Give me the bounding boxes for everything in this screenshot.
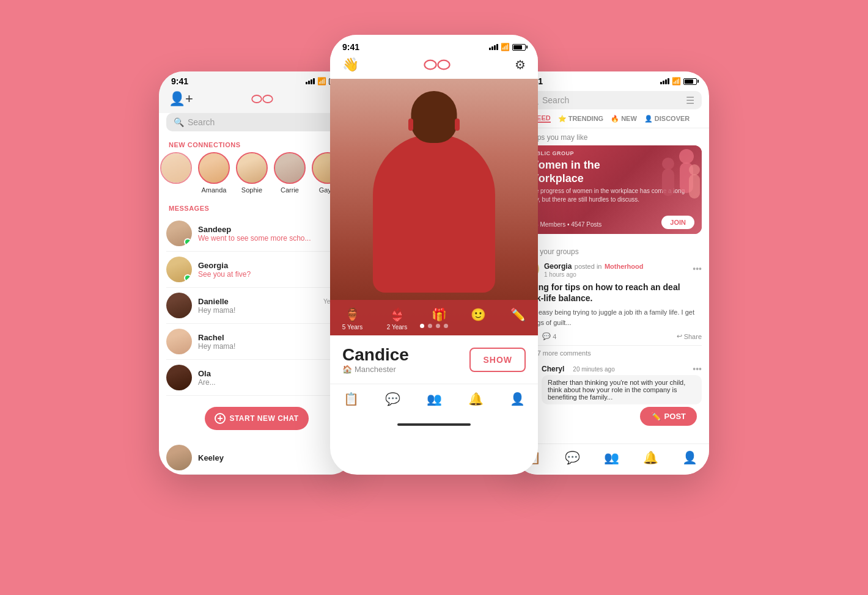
groups-may-like-label: Groups you may like [521, 133, 702, 142]
discover-icon: 👤 [644, 115, 653, 123]
location-icon: 🏠 [342, 365, 352, 374]
svg-point-1 [263, 95, 273, 103]
left-search-placeholder: Search [188, 117, 215, 127]
post-btn-label: POST [664, 412, 686, 421]
right-nav-notifications[interactable]: 🔔 [643, 450, 658, 465]
connection-name-carrie: Carrie [281, 186, 299, 194]
share-action[interactable]: ↩ Share [677, 332, 702, 340]
profile-location-text: Manchester [355, 365, 396, 374]
signal-bars [306, 78, 315, 84]
connection-item-sophie[interactable]: Sophie [236, 152, 268, 194]
left-search-bar[interactable]: 🔍 Search [166, 113, 347, 131]
post-group-name: Motherhood [605, 263, 644, 270]
comments-action[interactable]: 💬 4 [542, 332, 556, 340]
right-nav-chat[interactable]: 💬 [565, 450, 580, 465]
right-status-icons: 📶 [660, 77, 697, 86]
feed-tab-trending[interactable]: ⭐ TRENDING [558, 114, 603, 123]
star-icon: ⭐ [558, 115, 567, 123]
phone-center: 9:41 📶 👋 [330, 35, 538, 475]
right-nav-groups[interactable]: 👥 [604, 450, 619, 465]
comments-count: 4 [553, 333, 556, 340]
feed-tab-discover[interactable]: 👤 DISCOVER [644, 114, 690, 123]
avatar-ola [166, 365, 192, 390]
right-search-bar[interactable]: 🔍 Search ☰ [521, 91, 702, 109]
svg-point-8 [689, 164, 700, 175]
msg-preview-rachel: Hey mama! [198, 342, 347, 351]
center-nav-profile[interactable]: 👤 [510, 392, 525, 406]
message-item-sandeep[interactable]: Sandeep 12:3 We went to see some more sc… [166, 216, 347, 252]
post-options-icon[interactable]: ••• [693, 264, 702, 274]
phone-right: 9:41 📶 🔍 Search ☰ MY FEED [513, 71, 709, 475]
right-filter-icon[interactable]: ☰ [686, 95, 694, 106]
add-user-icon[interactable]: 👤+ [169, 91, 193, 107]
center-wifi-icon: 📶 [501, 43, 510, 51]
left-status-time: 9:41 [171, 76, 188, 86]
msg-preview-danielle: Hey mama! [198, 306, 347, 315]
post-body: 's not easy being trying to juggle a job… [521, 307, 702, 327]
message-item-keeley[interactable]: Keeley Frida [159, 441, 355, 474]
show-button[interactable]: SHOW [469, 348, 526, 372]
wifi-icon: 📶 [317, 77, 326, 86]
feed-tabs: MY FEED ⭐ TRENDING 🔥 NEW 👤 DISCOVER [513, 114, 709, 128]
center-nav-notifications[interactable]: 🔔 [468, 392, 484, 406]
connection-item[interactable] [160, 152, 192, 194]
center-nav-chat[interactable]: 💬 [385, 392, 400, 406]
from-groups-label: From your groups [513, 245, 709, 260]
post-in-text: posted in [575, 263, 602, 270]
connection-name-sophie: Sophie [241, 186, 262, 194]
msg-name-rachel: Rachel [198, 333, 224, 342]
group-card[interactable]: PUBLIC GROUP Women in the Workplace The … [521, 145, 702, 234]
center-header: 👋 ⚙ [330, 54, 538, 79]
message-item-ola[interactable]: Ola Frida Are... [166, 360, 347, 396]
profile-icon-pencil: ✏️ [510, 307, 526, 330]
comment-icon: 💬 [542, 332, 551, 340]
group-stats: 254 Members • 4547 Posts [528, 221, 601, 228]
start-new-chat-button[interactable]: + START NEW CHAT [205, 407, 308, 430]
share-icon: ↩ [677, 332, 682, 340]
profile-icons-bar: 🏺 5 Years 👙 2 Years 🎁 🙂 ✏️ [330, 300, 538, 335]
profile-image-area: 🏺 5 Years 👙 2 Years 🎁 🙂 ✏️ [330, 79, 538, 335]
phones-container: 9:41 📶 👤+ 🔍 [159, 35, 709, 560]
phone-left: 9:41 📶 👤+ 🔍 [159, 71, 355, 475]
svg-rect-9 [689, 174, 700, 199]
msg-name-ola: Ola [198, 369, 211, 378]
post-user-name: Georgia [544, 262, 572, 271]
center-nav-groups[interactable]: 👥 [427, 392, 442, 406]
new-connections-label: NEW CONNECTIONS [159, 136, 355, 152]
avatar-keeley [166, 445, 192, 470]
comment-options-icon[interactable]: ••• [693, 364, 702, 374]
group-title: Women in the Workplace [528, 159, 653, 185]
view-more-comments[interactable]: View 7 more comments [513, 346, 709, 360]
message-item-rachel[interactable]: Rachel Frida Hey mama! [166, 324, 347, 360]
plus-icon: + [215, 413, 226, 424]
message-item-georgia[interactable]: Georgia 10:0 See you at five? [166, 252, 347, 288]
comment-item: Cheryl 20 minutes ago ••• Rather than th… [513, 360, 709, 408]
center-status-time: 9:41 [342, 42, 359, 52]
right-signal [660, 78, 669, 84]
post-button[interactable]: ✏️ POST [640, 407, 697, 426]
message-item-danielle[interactable]: Danielle Yesterda Hey mama! [166, 288, 347, 324]
feed-tab-new[interactable]: 🔥 NEW [611, 114, 637, 123]
svg-point-6 [662, 158, 674, 170]
post-header: Georgia posted in Motherhood 1 hours ago… [521, 260, 702, 278]
msg-preview-sandeep: We went to see some more scho... [198, 234, 347, 243]
msg-preview-georgia: See you at five? [198, 270, 347, 279]
right-nav-profile[interactable]: 👤 [682, 450, 697, 465]
center-status-bar: 9:41 📶 [330, 35, 538, 54]
wave-icon[interactable]: 👋 [342, 57, 359, 73]
post-time: 1 hours ago [544, 271, 643, 278]
comment-time: 20 minutes ago [573, 366, 614, 373]
left-bottom-nav: 📋 💬 👥 🔔 👤 [159, 474, 355, 475]
center-logo [424, 57, 451, 72]
center-nav-feed[interactable]: 📋 [344, 392, 359, 406]
feed-tab-discover-label: DISCOVER [655, 115, 690, 122]
center-battery-icon [512, 44, 526, 51]
messages-label: MESSAGES [159, 200, 355, 216]
connection-item-carrie[interactable]: Carrie [274, 152, 306, 194]
filter-icon[interactable]: ⚙ [515, 57, 526, 72]
left-header: 👤+ [159, 89, 355, 113]
right-search-placeholder: Search [542, 95, 569, 105]
connection-item-amanda[interactable]: Amanda [198, 152, 230, 194]
connection-name-amanda: Amanda [202, 186, 227, 194]
profile-icon-years2: 👙 2 Years [387, 307, 407, 330]
